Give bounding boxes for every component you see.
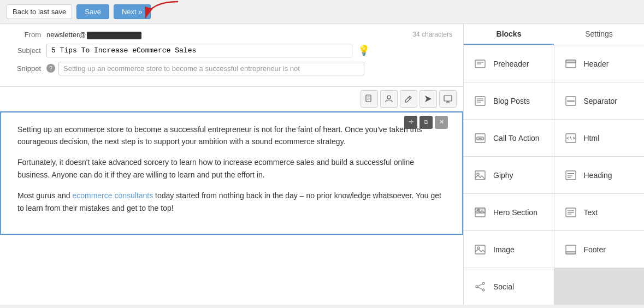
block-header[interactable]: Header bbox=[554, 45, 645, 82]
svg-rect-29 bbox=[566, 171, 576, 180]
email-meta: From newsletter@ 34 characters Subject 💡… bbox=[0, 24, 463, 87]
from-row: From newsletter@ 34 characters bbox=[11, 31, 452, 39]
blog-posts-icon bbox=[472, 93, 488, 109]
block-blog-posts[interactable]: Blog Posts bbox=[464, 82, 554, 119]
snippet-row: Snippet ? bbox=[11, 62, 452, 75]
editor-area[interactable]: ✛ ⧉ ✕ Setting up an ecommerce store to b… bbox=[0, 111, 463, 305]
paragraph-2: Fortunately, it doesn't take advanced so… bbox=[17, 156, 446, 181]
separator-icon bbox=[563, 93, 578, 109]
block-footer[interactable]: Footer bbox=[554, 231, 645, 268]
snippet-input[interactable] bbox=[58, 62, 364, 75]
toolbar-document-btn[interactable] bbox=[361, 90, 378, 108]
svg-rect-27 bbox=[475, 171, 485, 180]
send-icon bbox=[424, 94, 433, 103]
user-icon bbox=[385, 94, 393, 103]
char-count: 34 characters bbox=[412, 31, 452, 38]
toolbar-desktop-btn[interactable] bbox=[439, 90, 457, 108]
social-label: Social bbox=[493, 282, 514, 291]
editor-content: ✛ ⧉ ✕ Setting up an ecommerce store to b… bbox=[0, 111, 463, 235]
paragraph-1: Setting up an ecommerce store to become … bbox=[17, 123, 446, 148]
svg-rect-16 bbox=[475, 97, 485, 105]
block-image[interactable]: Image bbox=[464, 231, 554, 268]
tab-blocks[interactable]: Blocks bbox=[464, 24, 554, 45]
svg-line-48 bbox=[478, 287, 482, 289]
svg-point-44 bbox=[482, 282, 485, 285]
footer-icon bbox=[563, 242, 578, 257]
subject-row: Subject 💡 bbox=[11, 44, 452, 57]
svg-rect-43 bbox=[566, 252, 576, 254]
heading-icon bbox=[563, 168, 578, 183]
svg-line-47 bbox=[478, 284, 482, 286]
from-label: From bbox=[11, 31, 46, 39]
from-value: newsletter@ bbox=[46, 31, 141, 39]
social-icon bbox=[472, 279, 488, 294]
call-to-action-icon bbox=[472, 131, 488, 146]
editor-toolbar bbox=[0, 87, 463, 111]
svg-marker-7 bbox=[425, 96, 432, 102]
preheader-icon bbox=[472, 56, 488, 72]
block-heading[interactable]: Heading bbox=[554, 157, 645, 193]
svg-rect-3 bbox=[367, 98, 370, 98]
paragraph-3: Most gurus and ecommerce consultants tod… bbox=[17, 189, 446, 214]
editor-controls: ✛ ⧉ ✕ bbox=[404, 116, 448, 129]
block-social[interactable]: Social bbox=[464, 268, 554, 305]
header-label: Header bbox=[584, 60, 609, 68]
giphy-label: Giphy bbox=[493, 171, 513, 180]
block-hero-section[interactable]: Hero Section bbox=[464, 194, 554, 230]
svg-rect-40 bbox=[475, 245, 485, 254]
toolbar-user-btn[interactable] bbox=[380, 90, 398, 108]
duplicate-btn[interactable]: ⧉ bbox=[420, 116, 433, 129]
svg-rect-15 bbox=[566, 60, 576, 63]
separator-label: Separator bbox=[584, 97, 617, 105]
svg-point-46 bbox=[482, 289, 485, 291]
preheader-label: Preheader bbox=[493, 60, 529, 68]
back-button[interactable]: Back to last save bbox=[7, 4, 72, 19]
call-to-action-label: Call To Action bbox=[493, 134, 540, 143]
blocks-grid: Preheader Header bbox=[464, 45, 644, 305]
image-icon bbox=[472, 242, 488, 257]
snippet-label: Snippet bbox=[11, 64, 46, 73]
arrow-icon bbox=[140, 0, 184, 24]
block-call-to-action[interactable]: Call To Action bbox=[464, 120, 554, 156]
svg-line-6 bbox=[409, 97, 410, 99]
right-panel: Blocks Settings Preheader bbox=[464, 24, 644, 305]
top-bar: Back to last save Save Next » bbox=[0, 0, 644, 24]
svg-point-5 bbox=[387, 96, 391, 99]
text-label: Text bbox=[584, 208, 598, 217]
subject-input[interactable] bbox=[46, 44, 352, 57]
svg-rect-8 bbox=[444, 96, 452, 101]
block-separator[interactable]: Separator bbox=[554, 82, 645, 119]
save-button[interactable]: Save bbox=[76, 4, 109, 19]
main-layout: From newsletter@ 34 characters Subject 💡… bbox=[0, 24, 644, 305]
pen-icon bbox=[404, 94, 413, 103]
giphy-icon bbox=[472, 168, 488, 183]
idea-icon: 💡 bbox=[358, 44, 370, 56]
toolbar-pen-btn[interactable] bbox=[400, 90, 417, 108]
heading-label: Heading bbox=[584, 171, 612, 180]
blog-posts-label: Blog Posts bbox=[493, 97, 530, 105]
svg-line-26 bbox=[570, 137, 571, 140]
document-icon bbox=[365, 94, 374, 103]
drag-handle-btn[interactable]: ✛ bbox=[404, 116, 417, 129]
tab-settings[interactable]: Settings bbox=[554, 24, 644, 45]
block-html[interactable]: Html bbox=[554, 120, 645, 156]
block-text[interactable]: Text bbox=[554, 194, 645, 230]
hero-section-icon bbox=[472, 205, 488, 220]
delete-btn[interactable]: ✕ bbox=[435, 116, 448, 129]
toolbar-send-btn[interactable] bbox=[420, 90, 437, 108]
redacted-email bbox=[87, 32, 141, 39]
ecommerce-consultants-link[interactable]: ecommerce consultants bbox=[72, 191, 153, 200]
help-icon[interactable]: ? bbox=[46, 64, 55, 73]
header-icon bbox=[563, 56, 578, 72]
block-preheader[interactable]: Preheader bbox=[464, 45, 554, 82]
text-icon bbox=[563, 205, 578, 220]
desktop-icon bbox=[444, 94, 452, 103]
svg-rect-2 bbox=[367, 97, 370, 97]
html-icon bbox=[563, 131, 578, 146]
left-panel: From newsletter@ 34 characters Subject 💡… bbox=[0, 24, 464, 305]
subject-label: Subject bbox=[11, 46, 46, 55]
editor-text: Setting up an ecommerce store to become … bbox=[17, 123, 446, 214]
svg-rect-4 bbox=[367, 99, 369, 99]
footer-label: Footer bbox=[584, 245, 606, 254]
block-giphy[interactable]: Giphy bbox=[464, 157, 554, 193]
